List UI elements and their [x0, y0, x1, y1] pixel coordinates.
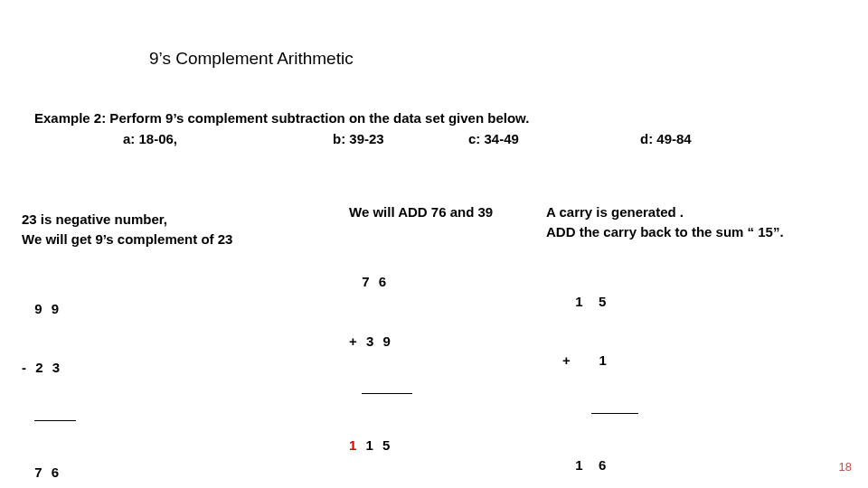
left-arith-result: 7 6 — [22, 463, 311, 483]
prompt-text: Example 2: Perform 9’s complement subtra… — [34, 108, 692, 129]
case-a: a: 18-06, — [34, 129, 333, 150]
right-arith-result: 1 6 — [562, 455, 854, 475]
middle-column: We will ADD 76 and 39 7 6 + 3 9 1 1 5 — [349, 202, 530, 488]
right-column: A carry is generated . ADD the carry bac… — [546, 202, 854, 488]
mid-arith-line1: 7 6 — [349, 272, 530, 292]
right-arith-line1: 1 5 — [562, 292, 854, 312]
right-arith: 1 5 + 1 1 6 — [562, 253, 854, 489]
left-note-1: 23 is negative number, — [22, 210, 311, 230]
cases-row: a: 18-06, b: 39-23 c: 34-49 d: 49-84 — [34, 129, 692, 150]
mid-note: We will ADD 76 and 39 — [349, 202, 530, 222]
left-arith-line2: - 2 3 — [22, 358, 311, 378]
right-note-2: ADD the carry back to the sum “ 15”. — [546, 222, 854, 242]
right-arith-line2: + 1 — [562, 351, 854, 371]
left-arith-line1: 9 9 — [22, 299, 311, 319]
case-d: d: 49-84 — [640, 129, 692, 150]
mid-arith-result: 1 1 5 — [349, 436, 530, 455]
right-rule — [591, 413, 638, 414]
page-number: 18 — [839, 460, 852, 474]
left-arith: 9 9 - 2 3 7 6 — [22, 260, 311, 489]
mid-arith: 7 6 + 3 9 1 1 5 — [349, 233, 530, 488]
mid-rule — [362, 393, 412, 394]
mid-sum-rest: 1 5 — [359, 437, 392, 453]
case-c: c: 34-49 — [468, 129, 640, 150]
left-note-2: We will get 9’s complement of 23 — [22, 230, 311, 249]
left-rule — [34, 420, 76, 421]
example-prompt: Example 2: Perform 9’s complement subtra… — [34, 108, 692, 149]
carry-digit: 1 — [349, 437, 359, 453]
mid-arith-line2: + 3 9 — [349, 332, 530, 352]
left-column: 23 is negative number, We will get 9’s c… — [22, 210, 311, 488]
case-b: b: 39-23 — [333, 129, 468, 150]
slide-title: 9’s Complement Arithmetic — [149, 49, 354, 69]
right-note-1: A carry is generated . — [546, 202, 854, 222]
